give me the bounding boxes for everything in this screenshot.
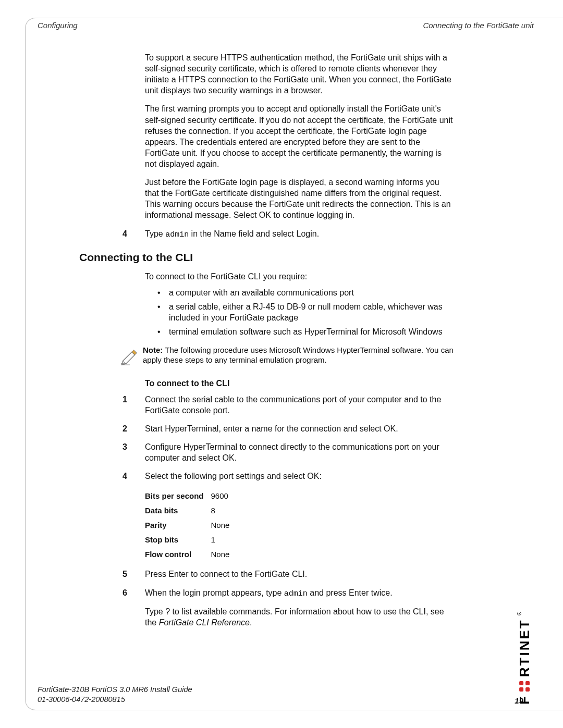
- note-label: Note:: [143, 346, 163, 354]
- requirements-list: a computer with an available communicati…: [157, 287, 455, 337]
- setting-value: 1: [211, 533, 237, 547]
- step-number: 6: [79, 587, 145, 599]
- cli-step-5: 5 Press Enter to connect to the FortiGat…: [79, 569, 455, 579]
- step-text-pre: When the login prompt appears, type: [145, 588, 284, 597]
- port-settings-table: Bits per second9600 Data bits8 ParityNon…: [145, 489, 237, 561]
- setting-key: Data bits: [145, 503, 211, 518]
- cli-step-3: 3 Configure HyperTerminal to connect dir…: [79, 441, 455, 463]
- note-pencil-icon: [120, 345, 143, 368]
- footer-line-2: 01-30006-0472-20080815: [38, 695, 192, 705]
- cli-step-1: 1 Connect the serial cable to the commun…: [79, 394, 455, 416]
- step-body: Select the following port settings and s…: [145, 471, 455, 482]
- cli-step-6: 6 When the login prompt appears, type ad…: [79, 587, 455, 599]
- body-content: To support a secure HTTPS authentication…: [79, 52, 455, 636]
- final-post: .: [250, 618, 252, 627]
- procedure-subhead: To connect to the CLI: [145, 378, 455, 389]
- step-number: 4: [79, 228, 145, 240]
- step-body: Connect the serial cable to the communic…: [145, 394, 455, 416]
- step-number: 3: [79, 441, 145, 463]
- paragraph-first-warning: The first warning prompts you to accept …: [145, 103, 455, 169]
- step-text-pre: Type: [145, 229, 165, 238]
- page: Configuring Connecting to the FortiGate …: [0, 0, 563, 728]
- paragraph-https-intro: To support a secure HTTPS authentication…: [145, 52, 455, 96]
- step-number: 1: [79, 394, 145, 416]
- header-right: Connecting to the FortiGate unit: [423, 21, 534, 30]
- heading-connecting-cli: Connecting to the CLI: [79, 250, 455, 265]
- step-text-post: and press Enter twice.: [308, 588, 393, 597]
- step-body: When the login prompt appears, type admi…: [145, 587, 455, 599]
- table-row: Bits per second9600: [145, 489, 237, 503]
- fortinet-logo-icon: [519, 680, 531, 692]
- brand-text: RTINET: [517, 619, 533, 677]
- code-admin: admin: [284, 589, 308, 598]
- setting-key: Flow control: [145, 547, 211, 562]
- step-body: Press Enter to connect to the FortiGate …: [145, 569, 455, 579]
- cli-step-2: 2 Start HyperTerminal, enter a name for …: [79, 423, 455, 434]
- note-text: Note: The following procedure uses Micro…: [143, 345, 455, 366]
- list-item: a serial cable, either a RJ-45 to DB-9 o…: [157, 301, 455, 323]
- fortinet-brand-vertical: F RTINET ®: [517, 520, 533, 665]
- table-row: Flow controlNone: [145, 547, 237, 562]
- code-admin: admin: [165, 230, 189, 239]
- footer-line-1: FortiGate-310B FortiOS 3.0 MR6 Install G…: [38, 685, 192, 695]
- list-item: a computer with an available communicati…: [157, 287, 455, 298]
- step-body: Configure HyperTerminal to connect direc…: [145, 441, 455, 463]
- cli-step-4: 4 Select the following port settings and…: [79, 471, 455, 482]
- step-number: 2: [79, 423, 145, 434]
- step-number: 4: [79, 471, 145, 482]
- step-text-post: in the Name field and select Login.: [189, 229, 319, 238]
- header-left: Configuring: [38, 21, 78, 30]
- table-row: Stop bits1: [145, 533, 237, 547]
- note-block: Note: The following procedure uses Micro…: [120, 345, 455, 368]
- paragraph-final: Type ? to list available commands. For i…: [145, 606, 455, 628]
- setting-value: None: [211, 547, 237, 562]
- step-body: Type admin in the Name field and select …: [145, 228, 455, 240]
- list-item: terminal emulation software such as Hype…: [157, 326, 455, 337]
- note-body: The following procedure uses Microsoft W…: [143, 346, 454, 365]
- cli-reference-title: FortiGate CLI Reference: [159, 618, 250, 627]
- table-row: ParityNone: [145, 518, 237, 533]
- brand-registered: ®: [517, 610, 523, 615]
- setting-key: Bits per second: [145, 489, 211, 503]
- table-row: Data bits8: [145, 503, 237, 518]
- step-4-login: 4 Type admin in the Name field and selec…: [79, 228, 455, 240]
- step-number: 5: [79, 569, 145, 579]
- page-number: 19: [515, 696, 523, 705]
- setting-value: 9600: [211, 489, 237, 503]
- footer-doc-info: FortiGate-310B FortiOS 3.0 MR6 Install G…: [38, 685, 192, 705]
- setting-value: None: [211, 518, 237, 533]
- cli-intro: To connect to the FortiGate CLI you requ…: [145, 271, 455, 282]
- step-body: Start HyperTerminal, enter a name for th…: [145, 423, 455, 434]
- paragraph-second-warning: Just before the FortiGate login page is …: [145, 177, 455, 220]
- setting-key: Stop bits: [145, 533, 211, 547]
- setting-key: Parity: [145, 518, 211, 533]
- setting-value: 8: [211, 503, 237, 518]
